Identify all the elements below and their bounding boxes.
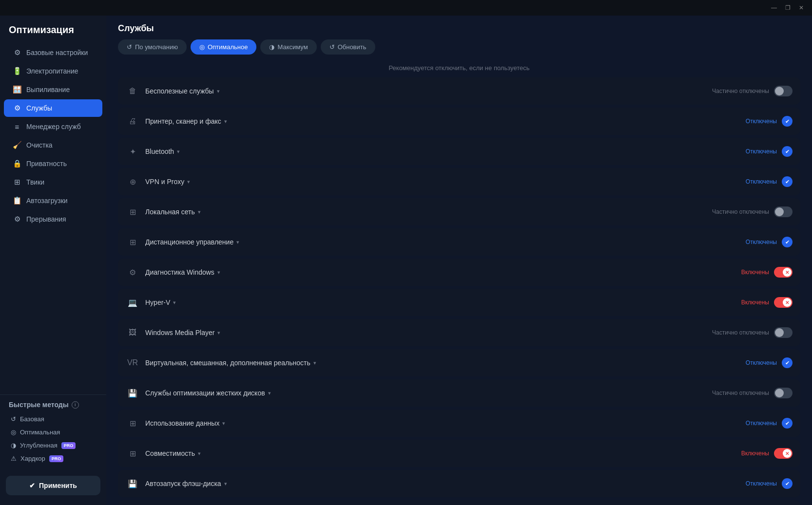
sidebar-item-base-settings[interactable]: ⚙ Базовые настройки (4, 44, 102, 61)
service-row[interactable]: ⬇ Онлайн обновления драйверов ▾ Отключен… (118, 500, 800, 505)
quick-item-optimal[interactable]: ◎ Оптимальная (9, 426, 97, 439)
service-status: Включены ✕ (741, 448, 793, 459)
service-icon: ⊞ (126, 235, 139, 249)
toggle-check-icon[interactable]: ✔ (782, 116, 793, 127)
sidebar-item-cleanup[interactable]: 🧹 Очистка (4, 136, 102, 154)
toggle-switch[interactable] (774, 388, 793, 398)
service-name: VPN и Proxy ▾ (145, 178, 746, 186)
service-icon: VR (126, 356, 139, 370)
service-row[interactable]: ⊞ Локальная сеть ▾ Частично отключены (118, 198, 800, 225)
toggle-switch[interactable] (774, 327, 793, 338)
toggle-check-icon[interactable]: ✔ (782, 478, 793, 489)
toggle-switch[interactable] (774, 206, 793, 217)
tab-max-icon: ◑ (269, 43, 274, 51)
maximize-button[interactable]: ❐ (781, 2, 794, 13)
service-row[interactable]: ⊞ Использование данных ▾ Отключены ✔ (118, 410, 800, 437)
toggle-check-icon[interactable]: ✔ (782, 146, 793, 157)
tab-optimal[interactable]: ◎ Оптимальное (191, 39, 257, 55)
service-row[interactable]: 💻 Hyper-V ▾ Включены ✕ (118, 289, 800, 316)
tab-optimal-label: Оптимальное (208, 43, 248, 51)
tab-default-label: По умолчанию (135, 43, 178, 51)
status-text: Частично отключены (712, 329, 769, 336)
quick-item-label: Оптимальная (20, 429, 60, 436)
sidebar-item-label: Электропитание (26, 67, 78, 75)
quick-item-advanced[interactable]: ◑ Углубленная PRO (9, 439, 97, 452)
sidebar: Оптимизация ⚙ Базовые настройки 🔋 Электр… (0, 16, 106, 505)
service-name: Виртуальная, смешанная, дополненная реал… (145, 359, 746, 367)
toggle-x-knob: ✕ (783, 449, 792, 458)
chevron-down-icon: ▾ (187, 179, 190, 185)
toggle-switch[interactable]: ✕ (774, 448, 793, 459)
toggle-switch[interactable]: ✕ (774, 267, 793, 278)
tab-optimal-icon: ◎ (199, 43, 205, 51)
sidebar-item-tweaks[interactable]: ⊞ Твики (4, 173, 102, 191)
cleanup-icon: 🧹 (13, 141, 21, 150)
sidebar-item-privacy[interactable]: 🔒 Приватность (4, 155, 102, 172)
sidebar-item-autoload[interactable]: 📋 Автозагрузки (4, 192, 102, 209)
autoload-icon: 📋 (13, 196, 21, 205)
toggle-switch[interactable]: ✕ (774, 297, 793, 308)
service-icon: 🗑 (126, 84, 139, 98)
tweaks-icon: ⊞ (13, 178, 21, 187)
pro-badge-advanced: PRO (61, 442, 76, 449)
service-row[interactable]: ⊞ Совместимость ▾ Включены ✕ (118, 440, 800, 467)
toggle-x-knob: ✕ (783, 268, 792, 277)
service-status: Отключены ✔ (746, 176, 793, 187)
service-row[interactable]: 🖼 Windows Media Player ▾ Частично отключ… (118, 319, 800, 346)
tab-refresh-icon: ↺ (329, 43, 335, 51)
service-row[interactable]: ⊞ Дистанционное управление ▾ Отключены ✔ (118, 228, 800, 256)
status-text: Отключены (746, 178, 777, 185)
sidebar-item-label: Прерывания (26, 215, 66, 223)
close-button[interactable]: ✕ (794, 2, 808, 13)
service-icon: 💾 (126, 386, 139, 400)
base-settings-icon: ⚙ (13, 48, 21, 57)
sidebar-item-service-manager[interactable]: ≡ Менеджер служб (4, 118, 102, 135)
quick-item-label: Базовая (20, 415, 44, 423)
service-name: Hyper-V ▾ (145, 299, 741, 306)
quick-basic-icon: ↺ (11, 415, 16, 423)
app-title: Оптимизация (0, 20, 106, 43)
service-row[interactable]: ✦ Bluetooth ▾ Отключены ✔ (118, 138, 800, 165)
quick-item-hardcore[interactable]: ⚠ Хардкор PRO (9, 452, 97, 465)
toggle-check-icon[interactable]: ✔ (782, 418, 793, 429)
apply-label: Применить (39, 482, 77, 489)
toggle-switch[interactable] (774, 86, 793, 96)
service-name: Bluetooth ▾ (145, 148, 746, 155)
tab-default[interactable]: ↺ По умолчанию (118, 39, 187, 55)
service-row[interactable]: ⊕ VPN и Proxy ▾ Отключены ✔ (118, 168, 800, 195)
service-name: Windows Media Player ▾ (145, 329, 712, 337)
sidebar-item-polishing[interactable]: 🪟 Выпиливание (4, 81, 102, 98)
service-row[interactable]: 💾 Автозапуск флэш-диска ▾ Отключены ✔ (118, 470, 800, 497)
service-status: Отключены ✔ (746, 237, 793, 247)
service-row[interactable]: 💾 Службы оптимизации жестких дисков ▾ Ча… (118, 379, 800, 407)
tab-max[interactable]: ◑ Максимум (260, 39, 316, 55)
apply-button[interactable]: ✔ Применить (6, 476, 100, 495)
quick-item-basic[interactable]: ↺ Базовая (9, 412, 97, 426)
service-row[interactable]: 🖨 Принтер, сканер и факс ▾ Отключены ✔ (118, 108, 800, 135)
minimize-button[interactable]: — (767, 2, 781, 13)
app-container: Оптимизация ⚙ Базовые настройки 🔋 Электр… (0, 16, 812, 505)
service-icon: ⊞ (126, 205, 139, 219)
service-row[interactable]: VR Виртуальная, смешанная, дополненная р… (118, 349, 800, 376)
service-row[interactable]: 🗑 Бесполезные службы ▾ Частично отключен… (118, 77, 800, 105)
toggle-check-icon[interactable]: ✔ (782, 357, 793, 368)
service-name: Службы оптимизации жестких дисков ▾ (145, 389, 712, 397)
tab-refresh[interactable]: ↺ Обновить (321, 39, 375, 55)
info-icon[interactable]: i (72, 401, 79, 409)
service-row[interactable]: ⚙ Диагностика Windows ▾ Включены ✕ (118, 259, 800, 286)
status-text: Отключены (746, 359, 777, 366)
apply-check-icon: ✔ (29, 482, 35, 489)
sidebar-item-power[interactable]: 🔋 Электропитание (4, 62, 102, 80)
sidebar-item-interrupts[interactable]: ⚙ Прерывания (4, 210, 102, 228)
toggle-check-icon[interactable]: ✔ (782, 176, 793, 187)
sidebar-item-services[interactable]: ⚙ Службы (4, 99, 102, 117)
chevron-down-icon: ▾ (224, 118, 227, 125)
service-name: Совместимость ▾ (145, 449, 741, 457)
quick-methods-section: Быстрые методы i ↺ Базовая ◎ Оптимальная… (0, 394, 106, 471)
toggle-check-icon[interactable]: ✔ (782, 237, 793, 247)
service-status: Отключены ✔ (746, 478, 793, 489)
status-text: Отключены (746, 480, 777, 487)
service-status: Включены ✕ (741, 297, 793, 308)
tab-default-icon: ↺ (127, 43, 132, 51)
service-status: Отключены ✔ (746, 146, 793, 157)
